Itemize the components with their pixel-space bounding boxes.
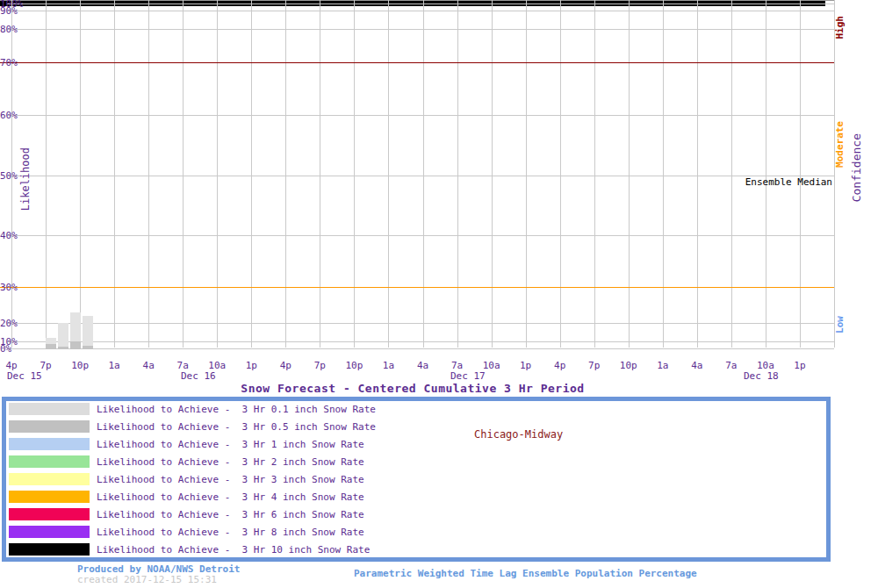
- horizontal-gridline: [7, 115, 834, 116]
- bar-series1: [58, 347, 68, 349]
- x-date-label: Dec 18: [744, 370, 779, 382]
- legend-label: Likelihood to Achieve - 3 Hr 4 inch Snow…: [97, 491, 364, 503]
- x-tick-label: 1p: [236, 360, 266, 371]
- legend-row: Likelihood to Achieve - 3 Hr 8 inch Snow…: [6, 526, 826, 543]
- legend-row: Likelihood to Achieve - 3 Hr 3 inch Snow…: [6, 473, 826, 491]
- horizontal-gridline: [7, 348, 834, 349]
- legend-swatch: [9, 403, 90, 415]
- confidence-high-label: High: [834, 16, 846, 39]
- vertical-gridline: [629, 0, 630, 348]
- vertical-gridline: [663, 0, 664, 348]
- x-tick-label: 4a: [682, 360, 712, 371]
- legend-label: Likelihood to Achieve - 3 Hr 8 inch Snow…: [97, 527, 364, 538]
- bar-series1: [46, 344, 56, 349]
- y-tick-label: 20%: [0, 319, 18, 328]
- vertical-gridline: [183, 0, 184, 348]
- x-date-label: Dec 15: [7, 370, 42, 382]
- vertical-gridline: [148, 0, 149, 348]
- x-tick-label: 4a: [408, 360, 438, 371]
- x-tick-label: 1a: [648, 360, 678, 371]
- vertical-gridline: [285, 0, 286, 348]
- y-tick-label: 40%: [0, 231, 18, 240]
- legend-row: Likelihood to Achieve - 3 Hr 10 inch Sno…: [6, 543, 826, 561]
- x-tick-label: 1p: [785, 360, 815, 371]
- vertical-gridline: [731, 0, 732, 348]
- y-tick-label: 0%: [0, 344, 11, 354]
- x-tick-label: 4a: [133, 360, 163, 371]
- location-label: Chicago-Midway: [474, 428, 563, 441]
- legend-swatch: [9, 526, 90, 538]
- legend-label: Likelihood to Achieve - 3 Hr 10 inch Sno…: [97, 544, 370, 556]
- threshold-line-moderate: [0, 287, 834, 288]
- horizontal-gridline: [7, 11, 834, 11]
- bar-series0: [58, 323, 68, 349]
- legend-label: Likelihood to Achieve - 3 Hr 6 inch Snow…: [97, 509, 364, 520]
- y-tick-label: 90%: [0, 6, 18, 16]
- legend-swatch: [9, 438, 90, 450]
- x-tick-label: 4p: [270, 360, 300, 371]
- x-tick-label: 10p: [339, 360, 369, 371]
- legend-label: Likelihood to Achieve - 3 Hr 2 inch Snow…: [97, 456, 364, 468]
- legend-swatch: [9, 420, 90, 433]
- legend-swatch: [9, 455, 90, 468]
- confidence-low-label: Low: [834, 316, 846, 333]
- legend-box: Likelihood to Achieve - 3 Hr 0.1 inch Sn…: [2, 397, 831, 562]
- vertical-gridline: [834, 0, 835, 348]
- x-tick-label: 1p: [511, 360, 541, 371]
- vertical-gridline: [560, 0, 561, 348]
- vertical-gridline: [766, 0, 766, 348]
- vertical-gridline: [320, 0, 320, 348]
- footer-created-timestamp: created 2017-12-15 15:31: [77, 574, 217, 585]
- legend-row: Likelihood to Achieve - 3 Hr 0.5 inch Sn…: [6, 420, 826, 438]
- vertical-gridline: [492, 0, 493, 348]
- legend-row: Likelihood to Achieve - 3 Hr 0.1 inch Sn…: [6, 403, 826, 420]
- plot-area: 100%90%80%70%60%50%40%30%20%10%0%4p7p10p…: [0, 0, 878, 381]
- y-tick-label: 80%: [0, 25, 18, 34]
- y-tick-label: 30%: [0, 283, 18, 292]
- vertical-gridline: [217, 0, 218, 348]
- vertical-gridline: [457, 0, 458, 348]
- x-tick-label: 7p: [305, 360, 335, 371]
- vertical-gridline: [251, 0, 252, 348]
- ensemble-median-label: Ensemble Median: [745, 176, 832, 188]
- legend-swatch: [9, 508, 90, 520]
- horizontal-gridline: [7, 323, 834, 324]
- bar-series1: [83, 346, 93, 349]
- vertical-gridline: [114, 0, 115, 348]
- legend-row: Likelihood to Achieve - 3 Hr 6 inch Snow…: [6, 508, 826, 526]
- y-tick-label: 60%: [0, 111, 18, 120]
- y-tick-label: 70%: [0, 58, 18, 68]
- x-date-label: Dec 16: [181, 370, 216, 382]
- x-tick-label: 1a: [99, 360, 129, 371]
- vertical-gridline: [526, 0, 527, 348]
- vertical-gridline: [388, 0, 389, 348]
- snow-forecast-chart-page: 100%90%80%70%60%50%40%30%20%10%0%4p7p10p…: [0, 0, 878, 588]
- vertical-gridline: [46, 0, 47, 348]
- horizontal-gridline: [7, 176, 834, 176]
- x-tick-label: 4p: [545, 360, 575, 371]
- x-tick-label: 10p: [65, 360, 95, 371]
- legend-row: Likelihood to Achieve - 3 Hr 4 inch Snow…: [6, 491, 826, 508]
- vertical-gridline: [354, 0, 355, 348]
- legend-label: Likelihood to Achieve - 3 Hr 0.1 inch Sn…: [97, 404, 376, 415]
- y-axis-label: Likelihood: [19, 147, 32, 211]
- x-tick-label: 7a: [716, 360, 746, 371]
- legend-swatch: [9, 473, 90, 485]
- horizontal-gridline: [7, 29, 834, 30]
- x-tick-label: 10p: [614, 360, 644, 371]
- horizontal-gridline: [7, 4, 834, 4]
- threshold-line-high: [0, 62, 834, 63]
- x-tick-label: 1a: [373, 360, 403, 371]
- horizontal-gridline: [7, 235, 834, 236]
- y-tick-label: 50%: [0, 171, 18, 181]
- vertical-gridline: [800, 0, 801, 348]
- legend-label: Likelihood to Achieve - 3 Hr 0.5 inch Sn…: [97, 421, 376, 433]
- confidence-axis-label: Confidence: [850, 133, 863, 202]
- x-tick-label: 7p: [579, 360, 609, 371]
- horizontal-gridline: [7, 341, 834, 342]
- legend-label: Likelihood to Achieve - 3 Hr 1 inch Snow…: [97, 439, 364, 450]
- bar-series1: [70, 341, 81, 349]
- footer-method-label: Parametric Weighted Time Lag Ensemble Po…: [354, 568, 697, 579]
- x-date-label: Dec 17: [450, 370, 486, 382]
- confidence-moderate-label: Moderate: [834, 121, 846, 168]
